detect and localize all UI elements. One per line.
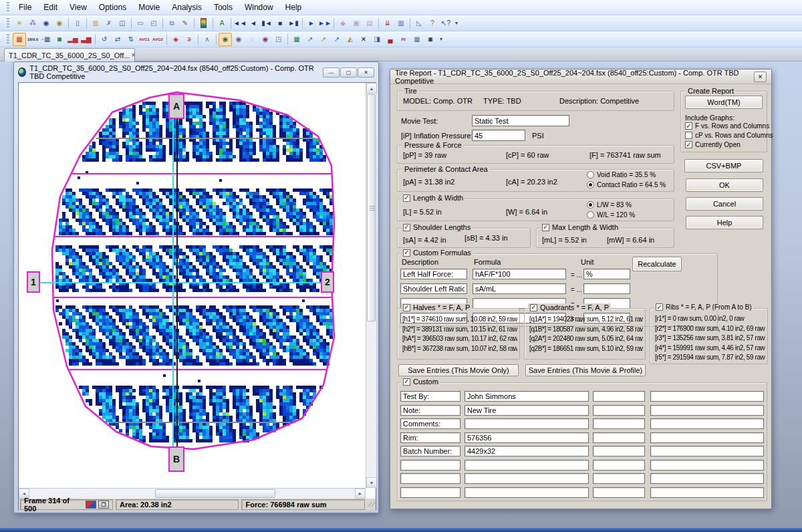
ribs-header[interactable]: ✓Ribs * = F, A, P (From A to B): [654, 303, 753, 311]
bar-chart-1-icon[interactable]: ▂▅: [66, 33, 80, 46]
resize-grip[interactable]: ⟋⟋: [368, 501, 374, 509]
custom-label-input[interactable]: [400, 487, 460, 498]
radio-icon[interactable]: [587, 201, 594, 209]
counter-icon[interactable]: ◨: [370, 33, 384, 46]
custom-extra2-input[interactable]: [650, 432, 764, 443]
log-book-icon[interactable]: ▥: [394, 17, 408, 30]
scroll-right-icon[interactable]: ►: [355, 489, 366, 499]
movie-test-input[interactable]: [472, 115, 569, 126]
radio-icon[interactable]: [587, 181, 594, 188]
checkbox-icon[interactable]: ✓: [403, 224, 410, 231]
rotate-icon[interactable]: ↺: [98, 33, 111, 46]
vertical-scroll-thumb[interactable]: [367, 94, 376, 321]
chart-trend-2-icon[interactable]: ↗: [317, 33, 330, 46]
open-folder-icon[interactable]: ▥: [89, 17, 102, 30]
print-preview-icon[interactable]: ◰: [147, 17, 160, 30]
new-file-icon[interactable]: ▯: [71, 17, 84, 30]
bar-chart-2-icon[interactable]: ▃▆: [80, 33, 93, 46]
film-icon[interactable]: ▤: [363, 17, 376, 30]
halves-header[interactable]: ✓Halves * = F, A, P: [401, 303, 472, 311]
checkbox-icon[interactable]: [685, 132, 692, 139]
flip-vertical-icon[interactable]: ⇅: [124, 33, 138, 46]
graph-option-2[interactable]: cP vs. Rows and Columns: [685, 132, 773, 139]
custom-formulas-header[interactable]: ✓Custom Formulas: [401, 249, 473, 257]
print-icon[interactable]: ▭: [134, 17, 147, 30]
copy-icon[interactable]: ⧉: [165, 17, 178, 30]
record-icon[interactable]: ◆: [336, 17, 350, 30]
table-grid-icon[interactable]: ▦: [410, 33, 424, 46]
close-button[interactable]: ✕: [358, 68, 374, 78]
chart-cone-icon[interactable]: ◭: [344, 33, 357, 46]
toolbar-overflow-icon[interactable]: ▾: [440, 36, 442, 42]
radio-icon[interactable]: [587, 171, 594, 178]
average-1-icon[interactable]: AVG1: [138, 33, 151, 46]
custom-extra1-input[interactable]: [593, 405, 645, 416]
first-frame-icon[interactable]: ▮◄: [260, 17, 273, 30]
formula-unit-input[interactable]: [583, 283, 630, 294]
cancel-button[interactable]: Cancel: [686, 197, 763, 211]
step-back-icon[interactable]: ◄: [247, 17, 260, 30]
custom-extra2-input[interactable]: [650, 487, 764, 498]
help-button[interactable]: Help: [686, 216, 763, 229]
minimize-button[interactable]: —: [323, 68, 340, 78]
menu-movie[interactable]: Movie: [132, 1, 166, 14]
word-report-button[interactable]: Word(TM): [685, 96, 763, 109]
formula-expression-input[interactable]: [473, 269, 566, 279]
peak-tool-icon[interactable]: ∧: [200, 33, 214, 46]
custom-label-input[interactable]: [400, 405, 460, 416]
custom-extra1-input[interactable]: [593, 487, 645, 498]
custom-value-input[interactable]: [464, 446, 589, 456]
dialog-titlebar[interactable]: Tire Report - T1_CDR_TC_35_6000_2S_S0_Of…: [390, 70, 771, 84]
custom-extra2-input[interactable]: [650, 391, 764, 402]
void-ratio-radio[interactable]: Void Ratio = 35.5 %: [587, 171, 656, 178]
menu-edit[interactable]: Edit: [37, 1, 63, 14]
scroll-up-icon[interactable]: ▲: [366, 83, 377, 94]
wheel-edit-icon[interactable]: ◉: [232, 33, 245, 46]
axis-marker-2[interactable]: 2: [321, 271, 334, 293]
pressure-map-canvas[interactable]: [19, 83, 366, 488]
wheel-multi-icon[interactable]: ◉: [259, 33, 272, 46]
custom-value-input[interactable]: [464, 405, 589, 416]
custom-value-input[interactable]: [464, 487, 589, 498]
menu-help[interactable]: Help: [279, 1, 308, 14]
dialog-close-icon[interactable]: ✕: [754, 72, 767, 82]
wl-ratio-radio[interactable]: W/L = 120 %: [587, 211, 635, 219]
toolbar-gripper[interactable]: [7, 2, 9, 13]
lw-ratio-radio[interactable]: L/W = 83 %: [587, 201, 632, 209]
menu-options[interactable]: Options: [93, 1, 132, 14]
report-red-icon[interactable]: ▄: [384, 33, 397, 46]
rewind-icon[interactable]: ◄◄: [233, 17, 247, 30]
save-icon[interactable]: ◫: [116, 17, 129, 30]
formula-description-input[interactable]: [400, 283, 467, 294]
snapshot-icon[interactable]: ▣: [350, 17, 363, 30]
camera-icon[interactable]: ◙: [424, 33, 437, 46]
arrows-down-icon[interactable]: ⇊: [381, 17, 394, 30]
tab-close-icon[interactable]: ×: [130, 51, 136, 59]
context-help-icon[interactable]: ↖?: [439, 17, 452, 30]
recalculate-button[interactable]: Recalculate: [632, 257, 682, 271]
axis-marker-b[interactable]: B: [168, 446, 184, 472]
wheel-view-icon[interactable]: ◉: [219, 33, 232, 46]
scale-legend-icon[interactable]: 18/9.0: [26, 33, 39, 46]
grid-color-icon[interactable]: ▦: [290, 33, 303, 46]
color-grid-icon[interactable]: ▦: [13, 33, 26, 46]
save-entries-profile-button[interactable]: Save Entries (This Movie & Profile): [525, 364, 646, 376]
play-icon[interactable]: ►: [305, 17, 318, 30]
custom-label-input[interactable]: [400, 418, 460, 429]
menu-file[interactable]: File: [13, 1, 37, 14]
menu-analysis[interactable]: Analysis: [166, 1, 208, 14]
card-red-icon[interactable]: ◈: [169, 33, 182, 46]
menu-view[interactable]: View: [63, 1, 93, 14]
radio-icon[interactable]: [587, 211, 594, 219]
checkbox-icon[interactable]: ✓: [542, 224, 549, 231]
color-scale-icon[interactable]: [200, 18, 207, 28]
pf-tool-icon[interactable]: P₣: [397, 33, 410, 46]
max-lw-header[interactable]: ✓Max Length & Width: [540, 223, 620, 231]
custom-value-input[interactable]: [464, 391, 589, 402]
hook-red-icon[interactable]: ə: [182, 33, 196, 46]
wheel-select-icon[interactable]: ◌: [245, 33, 259, 46]
chart-trend-1-icon[interactable]: ↗: [303, 33, 317, 46]
toolbar-overflow-icon[interactable]: ▾: [455, 20, 458, 26]
custom-value-input[interactable]: [464, 460, 589, 471]
antenna-tool-icon[interactable]: ✗: [102, 17, 116, 30]
